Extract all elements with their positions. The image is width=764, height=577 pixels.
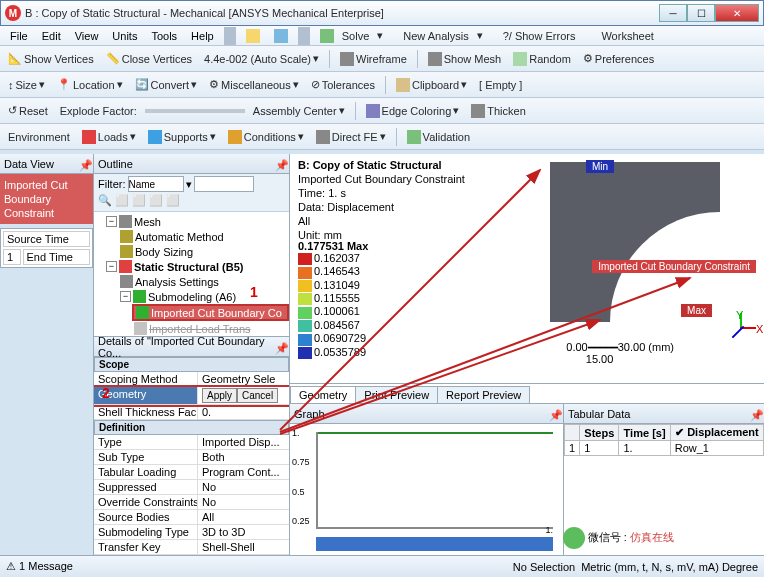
close-button[interactable]: ✕ <box>715 4 759 22</box>
reset-button[interactable]: ↺ Reset <box>4 102 52 119</box>
menu-edit[interactable]: Edit <box>36 28 67 44</box>
location-dropdown[interactable]: 📍 Location ▾ <box>53 76 127 93</box>
scale-dropdown[interactable]: 4.4e-002 (Auto Scale) ▾ <box>200 50 323 67</box>
table-cell[interactable]: 1 <box>565 441 580 456</box>
tree-node-structural[interactable]: Static Structural (B5) <box>134 261 243 273</box>
detail-row-geometry[interactable]: Geometry ApplyCancel <box>94 387 289 405</box>
menu-file[interactable]: File <box>4 28 34 44</box>
menu-tools[interactable]: Tools <box>145 28 183 44</box>
size-dropdown[interactable]: ↕ Size ▾ <box>4 76 49 93</box>
tree-node-mesh[interactable]: Mesh <box>134 216 161 228</box>
axis-tick: 1. <box>292 428 300 438</box>
tool-icon[interactable] <box>268 27 294 45</box>
solve-button[interactable]: Solve ▾ <box>314 26 390 46</box>
preferences-button[interactable]: ⚙ Preferences <box>579 50 658 67</box>
axis-triad[interactable]: Y X <box>726 313 756 343</box>
details-group-definition: Definition <box>94 420 289 435</box>
direct-fe-dropdown[interactable]: Direct FE ▾ <box>312 128 390 146</box>
tree-node[interactable]: Automatic Method <box>135 231 224 243</box>
detail-value[interactable]: 3D to 3D <box>198 525 289 539</box>
show-mesh-button[interactable]: Show Mesh <box>424 50 505 68</box>
pin-icon[interactable]: 📌 <box>275 159 285 169</box>
scale-ruler: 0.00━━━━━30.00 (mm) 15.00 <box>566 341 674 365</box>
filter-input[interactable] <box>194 176 254 192</box>
view-tabs: Geometry Print Preview Report Preview <box>290 384 764 404</box>
detail-key: Source Bodies <box>94 510 198 524</box>
pin-icon[interactable]: 📌 <box>275 342 285 352</box>
explode-slider[interactable] <box>145 109 245 113</box>
convert-dropdown[interactable]: 🔄 Convert ▾ <box>131 76 202 93</box>
loads-dropdown[interactable]: Loads ▾ <box>78 128 140 146</box>
dataview-title: Data View <box>4 158 54 170</box>
conditions-dropdown[interactable]: Conditions ▾ <box>224 128 308 146</box>
pin-icon[interactable]: 📌 <box>79 159 89 169</box>
min-label: Min <box>586 160 614 173</box>
show-errors-button[interactable]: ?/ Show Errors <box>491 26 588 46</box>
outline-tree[interactable]: −Mesh Automatic Method Body Sizing −Stat… <box>94 212 289 336</box>
menu-units[interactable]: Units <box>106 28 143 44</box>
detail-value[interactable]: Imported Disp... <box>198 435 289 449</box>
dataview-table: Source Time 1End Time <box>0 228 93 268</box>
detail-value[interactable]: Shell-Shell <box>198 540 289 554</box>
edge-coloring-dropdown[interactable]: Edge Coloring ▾ <box>362 102 464 120</box>
misc-dropdown[interactable]: ⚙ Miscellaneous ▾ <box>205 76 303 93</box>
cancel-button[interactable]: Cancel <box>237 388 278 403</box>
table-cell[interactable]: 1. <box>619 441 670 456</box>
annotation-1: 1 <box>250 284 258 300</box>
tab-report-preview[interactable]: Report Preview <box>437 386 530 403</box>
statusbar: ⚠ 1 Message No Selection Metric (mm, t, … <box>0 555 764 577</box>
apply-button[interactable]: Apply <box>202 388 237 403</box>
graph-scrollbar[interactable] <box>316 537 553 551</box>
axis-tick: 0.25 <box>292 516 310 526</box>
tree-node-disabled[interactable]: Imported Load Trans <box>149 323 251 335</box>
tree-node-submodeling[interactable]: Submodeling (A6) <box>148 291 236 303</box>
close-vertices-button[interactable]: 📏 Close Vertices <box>102 50 196 67</box>
validation-button[interactable]: Validation <box>403 128 475 146</box>
table-cell[interactable]: Row_1 <box>670 441 763 456</box>
tree-node-icbc-selected[interactable]: Imported Cut Boundary Co <box>132 304 289 321</box>
minimize-button[interactable]: ─ <box>659 4 687 22</box>
tab-print-preview[interactable]: Print Preview <box>355 386 438 403</box>
detail-value[interactable]: All <box>198 510 289 524</box>
graph-plot[interactable]: 1. 0.75 0.5 0.25 1. <box>290 424 563 555</box>
detail-key: Override Constraints <box>94 495 198 509</box>
maximize-button[interactable]: ☐ <box>687 4 715 22</box>
thicken-button[interactable]: Thicken <box>467 102 530 120</box>
tabular-title: Tabular Data <box>568 408 630 420</box>
tree-node[interactable]: Body Sizing <box>135 246 193 258</box>
detail-value[interactable]: No <box>198 495 289 509</box>
clipboard-dropdown[interactable]: Clipboard ▾ <box>392 76 471 94</box>
table-cell[interactable]: 1 <box>580 441 619 456</box>
message-count[interactable]: ⚠ 1 Message <box>6 560 73 573</box>
detail-value[interactable]: Program Cont... <box>198 465 289 479</box>
show-vertices-button[interactable]: 📐 Show Vertices <box>4 50 98 67</box>
menubar: File Edit View Units Tools Help Solve ▾ … <box>0 26 764 46</box>
annotation-2: 2 <box>102 385 110 401</box>
detail-value[interactable]: No <box>198 480 289 494</box>
tab-geometry[interactable]: Geometry <box>290 386 356 403</box>
menu-help[interactable]: Help <box>185 28 220 44</box>
model-geometry[interactable] <box>550 162 720 322</box>
filter-type-dropdown[interactable] <box>128 176 184 192</box>
geometry-view[interactable]: B: Copy of Static Structural Imported Cu… <box>290 154 764 384</box>
pin-icon[interactable]: 📌 <box>549 409 559 419</box>
pin-icon[interactable]: 📌 <box>750 409 760 419</box>
environment-button[interactable]: Environment <box>4 129 74 145</box>
new-analysis-button[interactable]: New Analysis ▾ <box>391 26 488 46</box>
detail-key: Submodeling Type <box>94 525 198 539</box>
random-button[interactable]: Random <box>509 50 575 68</box>
supports-dropdown[interactable]: Supports ▾ <box>144 128 220 146</box>
detail-value[interactable]: 0. <box>198 405 289 419</box>
window-title: B : Copy of Static Structural - Mechanic… <box>25 7 659 19</box>
app-icon: M <box>5 5 21 21</box>
tabular-table[interactable]: Steps Time [s] ✔ Displacement 1 1 1. Row… <box>564 424 764 456</box>
tolerances-button[interactable]: ⊘ Tolerances <box>307 76 379 93</box>
tree-node[interactable]: Analysis Settings <box>135 276 219 288</box>
detail-value[interactable]: Geometry Sele <box>198 372 289 386</box>
detail-value[interactable]: Both <box>198 450 289 464</box>
worksheet-button[interactable]: Worksheet <box>589 26 665 46</box>
wireframe-button[interactable]: Wireframe <box>336 50 411 68</box>
menu-view[interactable]: View <box>69 28 105 44</box>
assembly-center-dropdown[interactable]: Assembly Center ▾ <box>249 102 349 119</box>
tool-icon[interactable] <box>240 27 266 45</box>
